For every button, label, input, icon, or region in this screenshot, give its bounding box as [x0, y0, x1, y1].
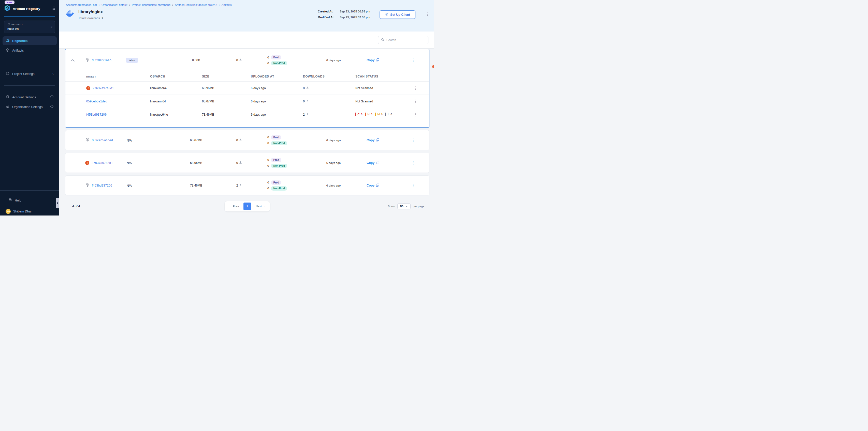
column-header-uploaded-at: UPLOADED AT [251, 75, 303, 78]
breadcrumb-separator: › [219, 3, 220, 6]
tag-badge: latest [126, 58, 138, 63]
digest-table: DIGEST OS/ARCH SIZE UPLOADED AT DOWNLOAD… [65, 71, 429, 127]
download-icon [239, 59, 242, 62]
registries-icon [6, 38, 10, 43]
digest-link[interactable]: 27637a97e3d1 [93, 87, 114, 90]
download-icon [239, 161, 242, 165]
column-header-digest: DIGEST [86, 75, 150, 78]
downloads-count: 0 [236, 161, 238, 165]
digest-row: ! 27637a97e3d1 linux/amd64 68.96MB 6 day… [65, 81, 429, 95]
row-kebab-menu[interactable]: ⋮ [411, 161, 415, 165]
project-name: build-en [7, 27, 52, 31]
row-kebab-menu[interactable]: ⋮ [411, 184, 415, 188]
os-arch: linux/amd64 [150, 87, 202, 90]
breadcrumb: Account: automation_har › Organization: … [59, 0, 434, 6]
artifact-version-link[interactable]: d5f28ef21aab [92, 59, 111, 62]
project-label: PROJECT [11, 23, 23, 26]
artifact-version-link[interactable]: f453bd937206 [92, 184, 112, 187]
breadcrumb-registry-link[interactable]: Artifact Registries: docker-proxy-2 [175, 3, 217, 6]
column-header-downloads: DOWNLOADS [303, 75, 355, 78]
row-kebab-menu[interactable]: ⋮ [414, 86, 418, 90]
scan-status: Not Scanned [355, 87, 402, 90]
nonprod-count: 0 [267, 62, 269, 65]
artifact-version-link[interactable]: 27637a97e3d1 [92, 161, 113, 165]
digest-link[interactable]: f453bd937206 [86, 113, 106, 117]
uploaded-at: 6 days ago [251, 113, 303, 117]
nonprod-badge: Non-Prod [271, 61, 287, 65]
main-area: Account: automation_har › Organization: … [59, 0, 434, 216]
svg-text:?: ? [9, 199, 10, 200]
sidebar-item-account-settings[interactable]: Account Settings [3, 93, 57, 102]
breadcrumb-separator: › [172, 3, 173, 6]
header-kebab-menu[interactable]: ⋮ [426, 12, 430, 16]
digest-link[interactable]: 059ceb5a1ded [86, 100, 107, 103]
nonprod-count: 0 [267, 141, 269, 144]
artifact-row-expanded: d5f28ef21aab latest 0.00B 0 0 Prod 0 Non… [65, 49, 429, 71]
breadcrumb-project-link[interactable]: Project: donotdelete-shivanand [132, 3, 170, 6]
sidebar-item-project-settings[interactable]: Project Settings › [3, 69, 57, 78]
nonprod-badge: Non-Prod [271, 164, 287, 168]
medium-count: M 0 [375, 112, 383, 116]
sidebar-item-label: Help [15, 199, 21, 202]
row-kebab-menu[interactable]: ⋮ [414, 112, 418, 117]
row-kebab-menu[interactable]: ⋮ [411, 58, 415, 62]
page-size-select[interactable]: 50 [397, 203, 411, 209]
setup-client-button[interactable]: Set Up Client [379, 10, 415, 19]
os-arch: linux/arm64 [150, 100, 202, 103]
sidebar-item-help[interactable]: ? Help [5, 196, 54, 205]
avatar: SD [6, 209, 11, 214]
copy-button[interactable]: Copy [367, 184, 379, 188]
sidebar-item-registries[interactable]: Registries [3, 36, 57, 45]
row-kebab-menu[interactable]: ⋮ [414, 99, 418, 103]
artifacts-icon [6, 48, 10, 53]
toolbar [59, 32, 434, 48]
download-icon [239, 184, 242, 187]
prev-page-button[interactable]: ← Prev [228, 204, 240, 209]
user-menu[interactable]: SD Shibam Dhar [6, 209, 54, 214]
app-grid-icon[interactable] [52, 6, 55, 11]
artifact-row: f453bd937206 N/A 73.46MB 2 0 Prod 0 Non-… [65, 175, 429, 195]
sidebar-collapse-handle[interactable] [56, 198, 59, 208]
created-at-label: Created At: [318, 10, 340, 13]
edge-notification-dot[interactable] [432, 65, 434, 68]
breadcrumb-account-link[interactable]: Account: automation_har [66, 3, 97, 6]
search-input[interactable] [386, 38, 426, 42]
user-name: Shibam Dhar [13, 210, 32, 213]
copy-button[interactable]: Copy [367, 161, 379, 165]
copy-button[interactable]: Copy [367, 138, 379, 142]
copy-button[interactable]: Copy [367, 58, 379, 62]
tag-value: N/A [126, 184, 132, 188]
nonprod-count: 0 [267, 187, 269, 190]
artifact-updated: 6 days ago [318, 161, 349, 164]
package-icon [85, 183, 90, 188]
breadcrumb-separator: › [99, 3, 100, 6]
prod-count: 0 [267, 56, 269, 59]
project-selector[interactable]: PROJECT build-en › [4, 21, 55, 33]
nonprod-badge: Non-Prod [271, 141, 287, 145]
artifact-meta: Created At: Sep 23, 2025 06:59 pm Modifi… [318, 10, 370, 22]
pager: ← Prev 1 Next → [225, 201, 270, 211]
breadcrumb-organization-link[interactable]: Organization: default [101, 3, 127, 6]
sidebar-item-organization-settings[interactable]: Organization Settings [3, 102, 57, 111]
downloads-count: 0 [303, 100, 305, 103]
sidebar-item-artifacts[interactable]: Artifacts [3, 46, 57, 55]
next-page-button[interactable]: Next → [254, 204, 267, 209]
warning-icon: ! [85, 161, 89, 165]
prod-badge: Prod [271, 135, 281, 139]
prod-count: 0 [267, 136, 269, 139]
help-chat-icon: ? [8, 198, 12, 203]
artifact-version-link[interactable]: 059ceb5a1ded [92, 138, 113, 142]
created-at-value: Sep 23, 2025 06:59 pm [340, 10, 370, 13]
downloads-count: 2 [303, 113, 305, 117]
breadcrumb-artifacts-link[interactable]: Artifacts [222, 3, 232, 6]
column-header-os-arch: OS/ARCH [150, 75, 202, 78]
critical-count: C 0 [355, 112, 363, 116]
row-kebab-menu[interactable]: ⋮ [411, 138, 415, 142]
page-number-button[interactable]: 1 [244, 203, 251, 210]
copy-label: Copy [367, 138, 374, 142]
show-label: Show [388, 205, 395, 208]
sidebar-item-label: Organization Settings [12, 105, 43, 109]
info-icon [50, 95, 54, 99]
chevron-right-icon: › [51, 24, 53, 29]
collapse-chevron-up-icon[interactable] [71, 58, 74, 63]
